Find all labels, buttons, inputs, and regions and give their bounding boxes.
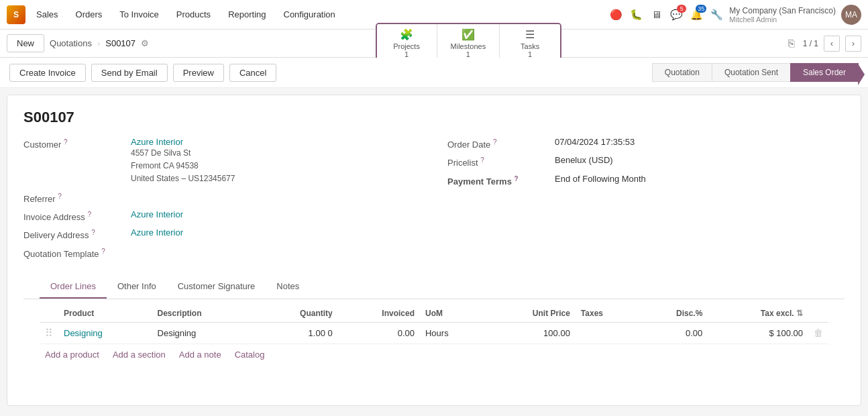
customer-help[interactable]: ? bbox=[64, 138, 68, 146]
unit-price-cell[interactable]: 100.00 bbox=[484, 322, 576, 344]
main-content: S00107 Customer ? Azure Interior 4557 De… bbox=[7, 95, 861, 406]
nav-reporting[interactable]: Reporting bbox=[221, 7, 272, 22]
invoice-address-field: Invoice Address ? Azure Interior bbox=[23, 209, 421, 222]
catalog-link[interactable]: Catalog bbox=[235, 350, 265, 360]
col-description: Description bbox=[152, 305, 256, 323]
customer-address: 4557 De Silva StFremont CA 94538United S… bbox=[131, 147, 235, 186]
referrer-label: Referrer ? bbox=[23, 191, 131, 204]
col-uom: UoM bbox=[420, 305, 484, 323]
form-title: S00107 bbox=[23, 109, 845, 126]
red-dot-icon[interactable]: 🔴 bbox=[608, 7, 623, 22]
order-lines-table-container: Product Description Quantity Invoiced Uo… bbox=[23, 305, 845, 376]
invoice-address-value[interactable]: Azure Interior bbox=[131, 209, 183, 219]
col-disc: Disc.% bbox=[638, 305, 708, 323]
nav-products[interactable]: Products bbox=[170, 7, 217, 22]
preview-button[interactable]: Preview bbox=[173, 64, 224, 82]
quantity-cell[interactable]: 1.00 0 bbox=[256, 322, 338, 344]
cancel-button[interactable]: Cancel bbox=[229, 64, 276, 82]
pricelist-value[interactable]: Benelux (USD) bbox=[555, 155, 613, 165]
status-pipeline: Quotation Quotation Sent Sales Order bbox=[652, 63, 859, 82]
delivery-address-help[interactable]: ? bbox=[91, 229, 95, 236]
new-button[interactable]: New bbox=[7, 34, 44, 52]
payment-terms-value[interactable]: End of Following Month bbox=[555, 174, 646, 184]
status-sales-order[interactable]: Sales Order bbox=[790, 63, 859, 82]
delete-row-icon[interactable]: 🗑 bbox=[814, 327, 823, 338]
pricelist-help[interactable]: ? bbox=[480, 156, 484, 164]
tasks-icon: ☰ bbox=[525, 28, 535, 41]
copy-icon[interactable]: ⎘ bbox=[788, 38, 795, 50]
status-quotation[interactable]: Quotation bbox=[652, 63, 712, 82]
create-invoice-button[interactable]: Create Invoice bbox=[9, 64, 86, 82]
send-by-email-button[interactable]: Send by Email bbox=[91, 64, 168, 82]
add-product-link[interactable]: Add a product bbox=[45, 350, 99, 360]
tab-notes[interactable]: Notes bbox=[266, 275, 310, 299]
quotation-template-help[interactable]: ? bbox=[101, 248, 105, 255]
product-cell[interactable]: Designing bbox=[64, 328, 103, 338]
add-note-link[interactable]: Add a note bbox=[179, 350, 221, 360]
milestones-button[interactable]: ✅ Milestones 1 bbox=[437, 24, 500, 62]
invoice-address-label: Invoice Address ? bbox=[23, 209, 131, 222]
projects-button[interactable]: 🧩 Projects 1 bbox=[377, 24, 437, 62]
settings-gear-icon[interactable]: ⚙ bbox=[141, 38, 149, 48]
customer-label: Customer ? bbox=[23, 137, 131, 150]
wrench-icon[interactable]: 🔧 bbox=[709, 7, 724, 22]
tab-order-lines[interactable]: Order Lines bbox=[40, 275, 107, 299]
pagination-next[interactable]: › bbox=[845, 36, 861, 52]
invoice-address-help[interactable]: ? bbox=[87, 211, 91, 218]
pricelist-field: Pricelist ? Benelux (USD) bbox=[447, 155, 845, 168]
payment-terms-help[interactable]: ? bbox=[514, 175, 518, 183]
disc-cell[interactable]: 0.00 bbox=[638, 322, 708, 344]
screen-icon[interactable]: 🖥 bbox=[649, 7, 663, 22]
invoiced-cell: 0.00 bbox=[338, 322, 420, 344]
customer-value[interactable]: Azure Interior bbox=[131, 137, 235, 147]
app-logo: S bbox=[7, 5, 25, 24]
delivery-address-value[interactable]: Azure Interior bbox=[131, 227, 183, 238]
order-lines-table: Product Description Quantity Invoiced Uo… bbox=[40, 305, 828, 344]
add-section-link[interactable]: Add a section bbox=[113, 350, 166, 360]
delivery-address-label: Delivery Address ? bbox=[23, 227, 131, 240]
projects-icon: 🧩 bbox=[400, 28, 413, 41]
quotation-template-field: Quotation Template ? bbox=[23, 246, 421, 259]
status-quotation-sent[interactable]: Quotation Sent bbox=[712, 63, 791, 82]
nav-to-invoice[interactable]: To Invoice bbox=[113, 7, 166, 22]
col-product: Product bbox=[58, 305, 152, 323]
payment-terms-field: Payment Terms ? End of Following Month bbox=[447, 174, 845, 187]
order-date-field: Order Date ? 07/04/2024 17:35:53 bbox=[447, 137, 845, 150]
breadcrumb-current: S00107 bbox=[105, 38, 135, 48]
table-row: ⠿ Designing Designing 1.00 0 0.00 Hours … bbox=[40, 322, 828, 344]
referrer-field: Referrer ? bbox=[23, 191, 421, 204]
col-sort-icon[interactable]: ⇅ bbox=[796, 309, 803, 318]
order-date-help[interactable]: ? bbox=[493, 138, 497, 146]
chat-badge: 5 bbox=[677, 5, 686, 13]
bell-icon[interactable]: 🔔 35 bbox=[689, 7, 704, 22]
breadcrumb-section[interactable]: Quotations bbox=[50, 38, 92, 48]
drag-handle[interactable]: ⠿ bbox=[45, 327, 53, 339]
pagination-prev[interactable]: ‹ bbox=[824, 36, 840, 52]
quotation-template-label: Quotation Template ? bbox=[23, 246, 131, 259]
delivery-address-field: Delivery Address ? Azure Interior bbox=[23, 227, 421, 240]
col-invoiced: Invoiced bbox=[338, 305, 420, 323]
company-info: My Company (San Francisco) Mitchell Admi… bbox=[729, 6, 836, 23]
avatar[interactable]: MA bbox=[841, 5, 861, 25]
bell-badge: 35 bbox=[696, 5, 706, 13]
tab-customer-signature[interactable]: Customer Signature bbox=[167, 275, 266, 299]
order-date-value[interactable]: 07/04/2024 17:35:53 bbox=[555, 137, 635, 147]
chat-icon[interactable]: 💬 5 bbox=[669, 7, 684, 22]
tab-other-info[interactable]: Other Info bbox=[107, 275, 167, 299]
col-quantity: Quantity bbox=[256, 305, 338, 323]
taxes-cell[interactable] bbox=[576, 322, 638, 344]
debug-icon[interactable]: 🐛 bbox=[629, 7, 643, 22]
tax-excl-cell: $ 100.00 bbox=[708, 322, 808, 344]
tasks-button[interactable]: ☰ Tasks 1 bbox=[500, 24, 560, 62]
uom-cell[interactable]: Hours bbox=[420, 322, 484, 344]
nav-orders[interactable]: Orders bbox=[69, 7, 109, 22]
col-unit-price: Unit Price bbox=[484, 305, 576, 323]
referrer-help[interactable]: ? bbox=[58, 193, 62, 200]
nav-sales[interactable]: Sales bbox=[30, 7, 65, 22]
nav-configuration[interactable]: Configuration bbox=[277, 7, 342, 22]
customer-field: Customer ? Azure Interior 4557 De Silva … bbox=[23, 137, 421, 186]
col-tax-excl: Tax excl. ⇅ bbox=[708, 305, 808, 323]
payment-terms-label: Payment Terms ? bbox=[447, 174, 555, 187]
breadcrumb-bar: New Quotations › S00107 ⚙ 🧩 Projects 1 ✅… bbox=[0, 30, 868, 58]
tabs-container: Order Lines Other Info Customer Signatur… bbox=[23, 275, 845, 299]
